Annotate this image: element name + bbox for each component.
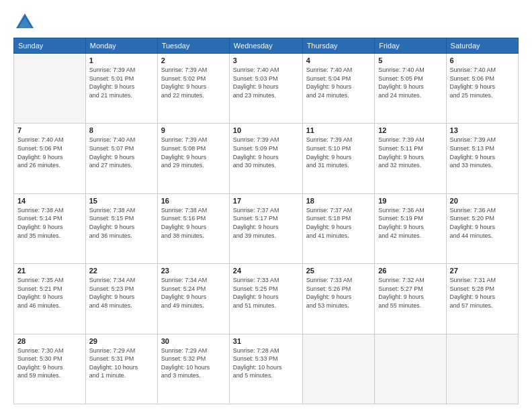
day-number: 12 bbox=[378, 126, 442, 134]
day-number: 19 bbox=[378, 197, 442, 205]
day-info: Sunrise: 7:32 AM Sunset: 5:27 PM Dayligh… bbox=[378, 276, 442, 310]
day-info: Sunrise: 7:36 AM Sunset: 5:20 PM Dayligh… bbox=[450, 206, 515, 240]
day-info: Sunrise: 7:39 AM Sunset: 5:11 PM Dayligh… bbox=[378, 136, 442, 169]
calendar-cell: 15Sunrise: 7:38 AM Sunset: 5:15 PM Dayli… bbox=[85, 193, 157, 263]
col-header-wednesday: Wednesday bbox=[229, 38, 302, 54]
day-number: 1 bbox=[89, 56, 154, 64]
calendar-cell: 30Sunrise: 7:29 AM Sunset: 5:32 PM Dayli… bbox=[157, 334, 229, 404]
day-info: Sunrise: 7:33 AM Sunset: 5:26 PM Dayligh… bbox=[306, 276, 371, 310]
day-number: 28 bbox=[17, 337, 82, 345]
calendar-cell: 24Sunrise: 7:33 AM Sunset: 5:25 PM Dayli… bbox=[229, 264, 302, 334]
day-number: 8 bbox=[89, 126, 154, 134]
day-number: 11 bbox=[306, 126, 371, 134]
day-number: 27 bbox=[450, 267, 515, 275]
calendar-cell: 27Sunrise: 7:31 AM Sunset: 5:28 PM Dayli… bbox=[446, 264, 518, 334]
calendar-cell: 3Sunrise: 7:40 AM Sunset: 5:03 PM Daylig… bbox=[229, 54, 302, 124]
day-number: 5 bbox=[378, 56, 442, 64]
day-info: Sunrise: 7:29 AM Sunset: 5:32 PM Dayligh… bbox=[161, 347, 226, 380]
day-info: Sunrise: 7:30 AM Sunset: 5:30 PM Dayligh… bbox=[17, 347, 82, 380]
day-info: Sunrise: 7:40 AM Sunset: 5:03 PM Dayligh… bbox=[233, 66, 299, 99]
calendar-cell: 21Sunrise: 7:35 AM Sunset: 5:21 PM Dayli… bbox=[14, 264, 86, 334]
calendar-cell: 2Sunrise: 7:39 AM Sunset: 5:02 PM Daylig… bbox=[157, 54, 229, 124]
day-info: Sunrise: 7:34 AM Sunset: 5:24 PM Dayligh… bbox=[161, 276, 226, 310]
logo-icon bbox=[15, 12, 35, 32]
day-info: Sunrise: 7:39 AM Sunset: 5:01 PM Dayligh… bbox=[89, 66, 154, 99]
col-header-sunday: Sunday bbox=[14, 38, 86, 54]
calendar-cell: 8Sunrise: 7:40 AM Sunset: 5:07 PM Daylig… bbox=[85, 124, 157, 193]
day-info: Sunrise: 7:38 AM Sunset: 5:14 PM Dayligh… bbox=[17, 206, 82, 240]
calendar-cell: 17Sunrise: 7:37 AM Sunset: 5:17 PM Dayli… bbox=[229, 193, 302, 263]
week-row-4: 21Sunrise: 7:35 AM Sunset: 5:21 PM Dayli… bbox=[14, 264, 519, 334]
day-info: Sunrise: 7:37 AM Sunset: 5:17 PM Dayligh… bbox=[233, 206, 299, 240]
calendar-cell: 9Sunrise: 7:39 AM Sunset: 5:08 PM Daylig… bbox=[157, 124, 229, 193]
day-info: Sunrise: 7:39 AM Sunset: 5:02 PM Dayligh… bbox=[161, 66, 226, 99]
calendar-cell: 14Sunrise: 7:38 AM Sunset: 5:14 PM Dayli… bbox=[14, 193, 86, 263]
day-number: 23 bbox=[161, 267, 226, 275]
day-info: Sunrise: 7:39 AM Sunset: 5:09 PM Dayligh… bbox=[233, 136, 299, 169]
day-number: 9 bbox=[161, 126, 226, 134]
header bbox=[13, 12, 519, 32]
day-info: Sunrise: 7:29 AM Sunset: 5:31 PM Dayligh… bbox=[89, 347, 154, 380]
calendar-cell: 25Sunrise: 7:33 AM Sunset: 5:26 PM Dayli… bbox=[302, 264, 375, 334]
day-info: Sunrise: 7:38 AM Sunset: 5:15 PM Dayligh… bbox=[89, 206, 154, 240]
calendar-cell: 20Sunrise: 7:36 AM Sunset: 5:20 PM Dayli… bbox=[446, 193, 518, 263]
day-info: Sunrise: 7:40 AM Sunset: 5:07 PM Dayligh… bbox=[89, 136, 154, 169]
calendar-table: SundayMondayTuesdayWednesdayThursdayFrid… bbox=[13, 38, 519, 404]
day-number: 17 bbox=[233, 197, 299, 205]
calendar-cell: 11Sunrise: 7:39 AM Sunset: 5:10 PM Dayli… bbox=[302, 124, 375, 193]
day-info: Sunrise: 7:35 AM Sunset: 5:21 PM Dayligh… bbox=[17, 276, 82, 310]
day-number: 18 bbox=[306, 197, 371, 205]
week-row-1: 1Sunrise: 7:39 AM Sunset: 5:01 PM Daylig… bbox=[14, 54, 519, 124]
day-number: 21 bbox=[17, 267, 82, 275]
day-info: Sunrise: 7:40 AM Sunset: 5:06 PM Dayligh… bbox=[450, 66, 515, 99]
calendar-cell: 31Sunrise: 7:28 AM Sunset: 5:33 PM Dayli… bbox=[229, 334, 302, 404]
day-info: Sunrise: 7:39 AM Sunset: 5:08 PM Dayligh… bbox=[161, 136, 226, 169]
calendar-cell: 22Sunrise: 7:34 AM Sunset: 5:23 PM Dayli… bbox=[85, 264, 157, 334]
day-info: Sunrise: 7:31 AM Sunset: 5:28 PM Dayligh… bbox=[450, 276, 515, 310]
calendar-cell: 12Sunrise: 7:39 AM Sunset: 5:11 PM Dayli… bbox=[375, 124, 446, 193]
day-number: 3 bbox=[233, 56, 299, 64]
calendar-cell: 10Sunrise: 7:39 AM Sunset: 5:09 PM Dayli… bbox=[229, 124, 302, 193]
day-number: 22 bbox=[89, 267, 154, 275]
day-number: 29 bbox=[89, 337, 154, 345]
week-row-5: 28Sunrise: 7:30 AM Sunset: 5:30 PM Dayli… bbox=[14, 334, 519, 404]
col-header-tuesday: Tuesday bbox=[157, 38, 229, 54]
week-row-2: 7Sunrise: 7:40 AM Sunset: 5:06 PM Daylig… bbox=[14, 124, 519, 193]
day-number: 30 bbox=[161, 337, 226, 345]
calendar-cell: 6Sunrise: 7:40 AM Sunset: 5:06 PM Daylig… bbox=[446, 54, 518, 124]
day-number: 16 bbox=[161, 197, 226, 205]
day-number: 2 bbox=[161, 56, 226, 64]
day-number: 4 bbox=[306, 56, 371, 64]
calendar-cell: 7Sunrise: 7:40 AM Sunset: 5:06 PM Daylig… bbox=[14, 124, 86, 193]
day-number: 26 bbox=[378, 267, 442, 275]
col-header-monday: Monday bbox=[85, 38, 157, 54]
calendar-cell: 26Sunrise: 7:32 AM Sunset: 5:27 PM Dayli… bbox=[375, 264, 446, 334]
calendar-cell bbox=[375, 334, 446, 404]
day-info: Sunrise: 7:39 AM Sunset: 5:13 PM Dayligh… bbox=[450, 136, 515, 169]
calendar-cell bbox=[302, 334, 375, 404]
day-info: Sunrise: 7:40 AM Sunset: 5:05 PM Dayligh… bbox=[378, 66, 442, 99]
day-info: Sunrise: 7:33 AM Sunset: 5:25 PM Dayligh… bbox=[233, 276, 299, 310]
page: SundayMondayTuesdayWednesdayThursdayFrid… bbox=[0, 0, 532, 411]
day-info: Sunrise: 7:40 AM Sunset: 5:04 PM Dayligh… bbox=[306, 66, 371, 99]
day-info: Sunrise: 7:36 AM Sunset: 5:19 PM Dayligh… bbox=[378, 206, 442, 240]
col-header-thursday: Thursday bbox=[302, 38, 375, 54]
calendar-cell: 4Sunrise: 7:40 AM Sunset: 5:04 PM Daylig… bbox=[302, 54, 375, 124]
calendar-cell bbox=[14, 54, 86, 124]
day-number: 13 bbox=[450, 126, 515, 134]
calendar-cell: 16Sunrise: 7:38 AM Sunset: 5:16 PM Dayli… bbox=[157, 193, 229, 263]
calendar-cell: 19Sunrise: 7:36 AM Sunset: 5:19 PM Dayli… bbox=[375, 193, 446, 263]
day-info: Sunrise: 7:28 AM Sunset: 5:33 PM Dayligh… bbox=[233, 347, 299, 380]
logo bbox=[13, 12, 36, 32]
week-row-3: 14Sunrise: 7:38 AM Sunset: 5:14 PM Dayli… bbox=[14, 193, 519, 263]
day-info: Sunrise: 7:34 AM Sunset: 5:23 PM Dayligh… bbox=[89, 276, 154, 310]
day-info: Sunrise: 7:40 AM Sunset: 5:06 PM Dayligh… bbox=[17, 136, 82, 169]
day-info: Sunrise: 7:38 AM Sunset: 5:16 PM Dayligh… bbox=[161, 206, 226, 240]
calendar-cell: 13Sunrise: 7:39 AM Sunset: 5:13 PM Dayli… bbox=[446, 124, 518, 193]
col-header-saturday: Saturday bbox=[446, 38, 518, 54]
day-number: 15 bbox=[89, 197, 154, 205]
calendar-cell: 28Sunrise: 7:30 AM Sunset: 5:30 PM Dayli… bbox=[14, 334, 86, 404]
calendar-cell: 18Sunrise: 7:37 AM Sunset: 5:18 PM Dayli… bbox=[302, 193, 375, 263]
day-number: 10 bbox=[233, 126, 299, 134]
calendar-cell: 29Sunrise: 7:29 AM Sunset: 5:31 PM Dayli… bbox=[85, 334, 157, 404]
